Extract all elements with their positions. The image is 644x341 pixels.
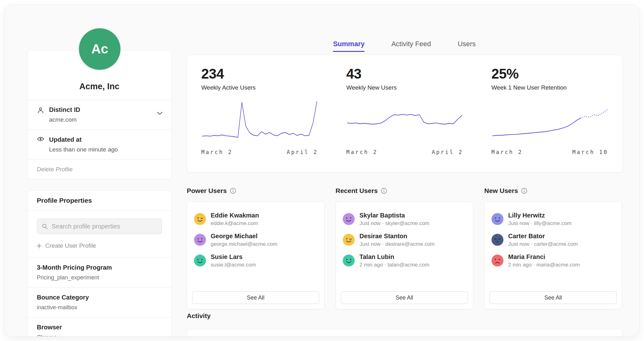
stat-label: Weekly New Users [346,84,463,91]
identity-card: Ac Acme, Inc Distinct ID acme.com [27,50,172,179]
user-subtext: Just now · carter@acme.com [508,241,578,247]
plus-icon [37,244,42,248]
company-avatar: Ac [79,28,120,70]
user-name: Talan Lubin [359,253,429,261]
create-user-profile-button[interactable]: Create User Profile [37,242,162,249]
updated-at-row: Updated at Less than one minute ago [27,130,171,160]
user-avatar [343,213,355,225]
activity-stats-card: 234 940 3.4k [187,329,623,337]
property-row-bounce-category[interactable]: Bounce Category inactive-mailbox [27,288,171,317]
company-name: Acme, Inc [34,82,165,91]
power-users-card: Eddie Kwakman eddie.k@acme.com George Mi… [187,201,325,309]
power-users-title: Power Users [187,187,227,195]
distinct-id-row[interactable]: Distinct ID acme.com [27,100,171,130]
property-search-input[interactable] [51,223,157,230]
see-all-recent-users-button[interactable]: See All [341,291,468,304]
dashboard-frame: Ac Acme, Inc Distinct ID acme.com [4,4,640,337]
user-row[interactable]: Maria Franci 2 min ago · maria@acme.com [485,250,622,271]
user-subtext: 2 min ago · maria@acme.com [508,262,580,268]
stat-value: 25% [491,66,608,82]
user-texts: Desirae Stanton Just now · desirare@acme… [359,233,435,247]
user-row[interactable]: Talan Lubin 2 min ago · talan@acme.com [336,250,473,271]
stat-value: 43 [346,66,463,82]
info-icon[interactable] [230,188,236,194]
user-texts: Susie Lars susie.l@acme.com [211,253,256,268]
stat-weekly-active-users: 234 Weekly Active Users March 2 April 2 [187,55,332,172]
user-row[interactable]: Lilly Herwitz Just now · lilly@acme.com [485,209,622,229]
user-avatar [343,255,355,267]
user-name: Lilly Herwitz [508,212,571,219]
user-row[interactable]: George Michael george.michael@acme.com [187,229,324,250]
see-all-new-users-button[interactable]: See All [490,291,617,304]
property-value: inactive-mailbox [37,304,162,311]
user-row[interactable]: Susie Lars susie.l@acme.com [187,250,324,271]
tab-users[interactable]: Users [458,40,475,52]
user-texts: George Michael george.michael@acme.com [211,233,277,247]
stat-value: 940 [346,334,463,337]
stat-value: 234 [201,334,318,337]
recent-users-section: Recent Users Skylar Baptista Just now · … [336,187,473,309]
user-row[interactable]: Eddie Kwakman eddie.k@acme.com [187,209,324,229]
recent-users-card: Skylar Baptista Just now · skyler@acme.c… [336,201,473,309]
new-users-title: New Users [484,187,518,195]
profile-properties-title: Profile Properties [27,190,171,211]
summary-stats-card: 234 Weekly Active Users March 2 April 2 … [187,55,623,173]
see-all-power-users-button[interactable]: See All [192,291,319,304]
person-icon [37,107,44,115]
profile-properties-card: Profile Properties [27,190,172,337]
user-texts: Maria Franci 2 min ago · maria@acme.com [508,253,580,268]
user-name: Susie Lars [211,253,256,261]
user-texts: Talan Lubin 2 min ago · talan@acme.com [359,253,429,268]
chevron-down-icon[interactable] [157,111,163,116]
property-value: Pricing_plan_experiment [37,274,162,281]
x-axis-start: March 2 [491,149,523,155]
tab-activity-feed[interactable]: Activity Feed [391,40,431,52]
recent-users-header: Recent Users [336,187,473,195]
stat-label: Week 1 New User Retention [491,84,608,91]
activity-section-title: Activity [187,312,211,320]
stat-weekly-new-users: 43 Weekly New Users March 2 April 2 [332,55,477,172]
distinct-id-label: Distinct ID [49,106,80,113]
new-users-header: New Users [484,187,622,195]
updated-at-value: Less than one minute ago [49,146,118,153]
property-name: Browser [37,324,162,331]
stat-label: Weekly Active Users [201,84,318,91]
x-axis-end: April 2 [432,149,463,155]
user-row[interactable]: Desirae Stanton Just now · desirare@acme… [336,229,473,250]
info-icon[interactable] [381,188,387,194]
property-search-box[interactable] [37,218,162,234]
info-icon[interactable] [521,188,527,194]
profile-sidebar: Ac Acme, Inc Distinct ID acme.com [27,50,172,337]
stat-week1-retention: 25% Week 1 New User Retention March 2 Ma… [477,55,622,172]
user-subtext: 2 min ago · talan@acme.com [359,262,429,268]
user-row[interactable]: Skylar Baptista Just now · skyler@acme.c… [336,209,473,229]
property-row-pricing-program[interactable]: 3-Month Pricing Program Pricing_plan_exp… [27,258,171,288]
user-avatar [194,213,206,225]
x-axis-end: March 10 [572,149,608,155]
user-avatar [194,234,206,246]
user-subtext: Just now · desirare@acme.com [359,241,435,247]
create-user-profile-label: Create User Profile [45,242,96,249]
user-texts: Eddie Kwakman eddie.k@acme.com [211,212,259,227]
activity-stat-3: 3.4k [477,329,622,337]
user-row[interactable]: Carter Bator Just now · carter@acme.com [485,229,622,250]
tab-summary[interactable]: Summary [333,40,364,52]
user-name: Carter Bator [508,233,578,240]
user-subtext: Just now · skyler@acme.com [359,220,429,227]
power-users-header: Power Users [187,187,325,195]
property-row-browser[interactable]: Browser Chrome [27,317,171,337]
user-avatar [491,213,503,225]
user-name: George Michael [211,233,277,240]
property-name: 3-Month Pricing Program [37,264,162,271]
power-users-section: Power Users Eddie Kwakman eddie.k@acme.c… [187,187,325,309]
stat-value: 234 [201,66,318,82]
profile-tabs: Summary Activity Feed Users [187,40,622,52]
delete-profile-button[interactable]: Delete Profile [27,160,171,179]
updated-at-label: Updated at [49,136,118,143]
property-value: Chrome [37,334,162,337]
x-axis-start: March 2 [346,149,378,155]
user-texts: Carter Bator Just now · carter@acme.com [508,233,578,247]
x-axis-start: March 2 [201,149,233,155]
stat-value: 3.4k [491,334,608,337]
user-subtext: george.michael@acme.com [211,241,277,247]
